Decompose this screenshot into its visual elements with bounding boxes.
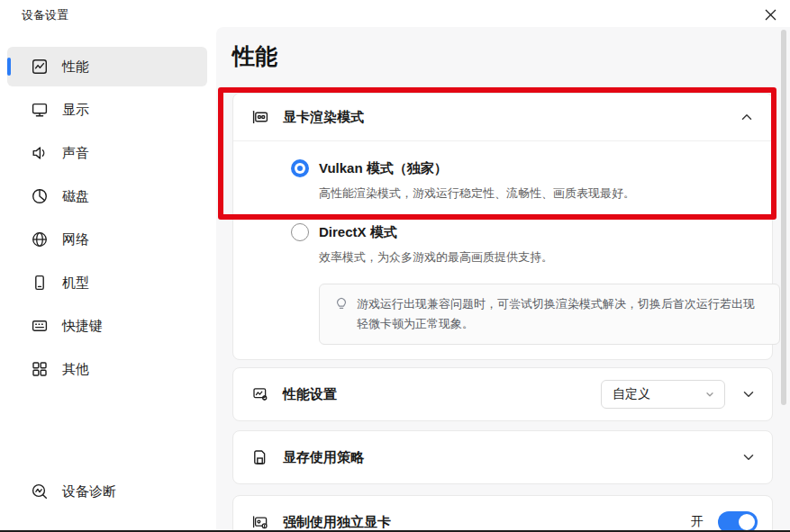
sidebar-item-shortcuts[interactable]: 快捷键	[7, 306, 207, 346]
render-mode-card: 显卡渲染模式 Vulkan 模式（独家） 高性能渲染模式，游戏运行稳定性、流畅性…	[232, 93, 773, 360]
grid-icon	[31, 360, 49, 378]
keyboard-icon	[31, 317, 49, 335]
dropdown-value: 自定义	[613, 386, 650, 402]
sidebar-item-network[interactable]: 网络	[7, 220, 207, 259]
window-title: 设备设置	[22, 7, 68, 23]
section-title: 显卡渲染模式	[283, 109, 364, 126]
performance-icon	[31, 58, 49, 76]
titlebar: 设备设置	[0, 0, 790, 27]
performance-settings-row[interactable]: 性能设置 自定义	[233, 368, 772, 420]
option-label: DirectX 模式	[319, 224, 397, 241]
sidebar-item-label: 其他	[62, 361, 89, 378]
force-dgpu-row: 强制使用独立显卡 开	[233, 496, 772, 532]
toggle-knob	[739, 514, 755, 530]
sidebar-item-sound[interactable]: 声音	[7, 133, 207, 173]
option-description: 效率模式，为众多游戏的最高画质提供支持。	[319, 249, 747, 266]
chevron-down-icon	[704, 389, 715, 400]
render-option-directx: DirectX 模式 效率模式，为众多游戏的最高画质提供支持。	[291, 223, 747, 266]
section-title: 强制使用独立显卡	[283, 514, 391, 531]
performance-mode-dropdown[interactable]: 自定义	[601, 380, 725, 409]
sidebar-item-label: 显示	[62, 102, 89, 119]
sidebar-item-label: 设备诊断	[62, 483, 116, 500]
gpu-card-icon	[251, 108, 269, 126]
main-panel: 性能 显卡渲染模式 Vulkan 模式（独家） 高性能渲染模式，游戏运行稳定性、…	[216, 27, 790, 532]
sidebar-item-display[interactable]: 显示	[7, 90, 207, 130]
section-title: 显存使用策略	[283, 449, 364, 466]
diagnostics-icon	[31, 482, 49, 500]
disk-icon	[31, 187, 49, 205]
render-mode-header[interactable]: 显卡渲染模式	[233, 94, 772, 141]
chevron-down-icon[interactable]	[740, 448, 758, 466]
vram-strategy-card: 显存使用策略	[232, 430, 773, 484]
force-dgpu-controls: 开	[691, 511, 758, 532]
render-mode-body: Vulkan 模式（独家） 高性能渲染模式，游戏运行稳定性、流畅性、画质表现最好…	[233, 141, 772, 345]
performance-settings-card: 性能设置 自定义	[232, 367, 773, 421]
performance-settings-controls: 自定义	[601, 380, 758, 409]
sidebar: 性能 显示 声音 磁盘 网络	[0, 27, 216, 532]
lightbulb-icon	[334, 296, 349, 311]
sidebar-item-diagnostics[interactable]: 设备诊断	[7, 472, 207, 511]
sidebar-item-label: 磁盘	[62, 188, 89, 205]
option-description: 高性能渲染模式，游戏运行稳定性、流畅性、画质表现最好。	[319, 185, 747, 202]
device-model-icon	[31, 274, 49, 292]
active-indicator	[7, 58, 11, 76]
radio-selected-icon[interactable]	[291, 159, 309, 177]
force-dgpu-toggle[interactable]	[718, 511, 758, 532]
sidebar-item-performance[interactable]: 性能	[7, 47, 207, 86]
chevron-up-icon[interactable]	[738, 108, 756, 126]
display-icon	[31, 101, 49, 119]
force-dgpu-card: 强制使用独立显卡 开	[232, 495, 773, 532]
radio-vulkan[interactable]: Vulkan 模式（独家）	[291, 159, 747, 177]
network-icon	[31, 230, 49, 248]
sidebar-item-disk[interactable]: 磁盘	[7, 176, 207, 216]
performance-settings-icon	[251, 385, 269, 403]
render-option-vulkan: Vulkan 模式（独家） 高性能渲染模式，游戏运行稳定性、流畅性、画质表现最好…	[291, 159, 747, 202]
scrollbar-thumb[interactable]	[781, 30, 786, 405]
toggle-state-label: 开	[691, 514, 704, 530]
sidebar-item-label: 性能	[62, 59, 89, 76]
gpu-badge-icon	[251, 513, 269, 531]
radio-unselected-icon[interactable]	[291, 223, 309, 241]
sound-icon	[31, 144, 49, 162]
sidebar-item-model[interactable]: 机型	[7, 263, 207, 302]
radio-directx[interactable]: DirectX 模式	[291, 223, 747, 241]
page-title: 性能	[232, 41, 277, 71]
sidebar-item-other[interactable]: 其他	[7, 349, 207, 389]
sidebar-nav: 性能 显示 声音 磁盘 网络	[7, 47, 207, 389]
sidebar-item-label: 声音	[62, 145, 89, 162]
option-label: Vulkan 模式（独家）	[319, 160, 448, 177]
sidebar-item-label: 快捷键	[62, 318, 103, 335]
close-icon[interactable]	[761, 5, 779, 23]
vram-strategy-controls	[740, 448, 758, 466]
tip-text: 游戏运行出现兼容问题时，可尝试切换渲染模式解决，切换后首次运行若出现轻微卡顿为正…	[357, 294, 765, 334]
chevron-down-icon[interactable]	[740, 385, 758, 403]
memory-card-icon	[251, 448, 269, 466]
sidebar-item-label: 网络	[62, 231, 89, 248]
vram-strategy-row[interactable]: 显存使用策略	[233, 431, 772, 483]
sidebar-item-label: 机型	[62, 275, 89, 292]
scrollbar-track[interactable]	[780, 27, 787, 532]
section-title: 性能设置	[283, 386, 337, 403]
tip-box: 游戏运行出现兼容问题时，可尝试切换渲染模式解决，切换后首次运行若出现轻微卡顿为正…	[319, 284, 780, 345]
